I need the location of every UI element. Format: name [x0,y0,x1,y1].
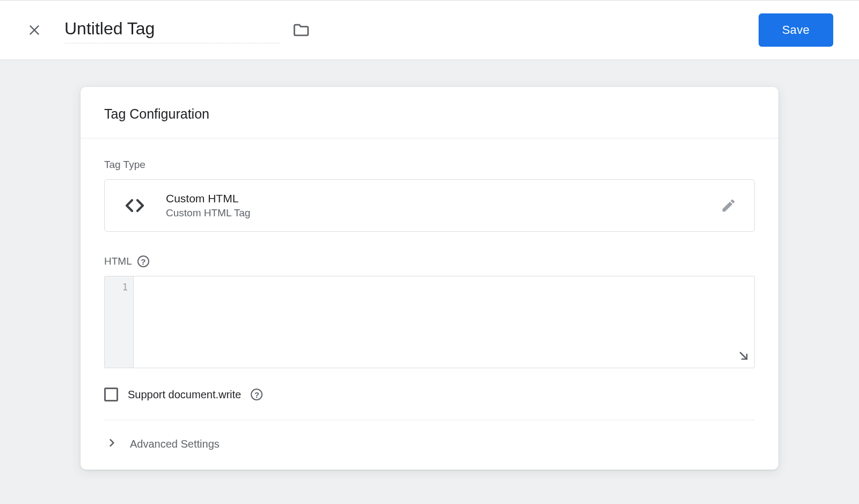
code-icon [120,191,150,221]
line-number: 1 [105,282,128,293]
support-document-write-checkbox[interactable] [104,388,118,401]
html-help-button[interactable]: ? [137,255,149,267]
card-title: Tag Configuration [81,87,778,138]
edit-tag-type-button[interactable] [718,195,739,216]
advanced-settings-label: Advanced Settings [130,438,220,450]
chevron-right-icon [106,437,117,450]
svg-line-2 [740,353,747,359]
tag-type-name: Custom HTML [166,192,718,205]
close-button[interactable] [24,19,45,41]
pencil-icon [720,198,737,214]
html-label-text: HTML [104,255,132,267]
support-document-write-row: Support document.write ? [104,388,755,420]
content-area: Tag Configuration Tag Type Custom HTML C… [0,60,859,491]
support-document-write-help[interactable]: ? [251,389,263,400]
html-code-editor: 1 [104,276,755,368]
support-document-write-label: Support document.write [128,389,241,401]
tag-type-subtitle: Custom HTML Tag [166,207,718,219]
title-wrap [64,17,312,43]
save-button[interactable]: Save [759,13,833,47]
resize-icon [737,349,750,362]
folder-icon [292,21,310,39]
tag-type-text: Custom HTML Custom HTML Tag [166,192,718,219]
tag-type-label: Tag Type [104,159,755,171]
folder-button[interactable] [290,19,312,41]
advanced-settings-toggle[interactable]: Advanced Settings [104,420,755,470]
html-code-input[interactable] [134,276,754,368]
html-label: HTML ? [104,255,755,267]
close-icon [27,23,41,37]
resize-handle[interactable] [737,349,750,364]
tag-name-input[interactable] [64,17,280,43]
tag-type-selector[interactable]: Custom HTML Custom HTML Tag [104,179,755,232]
tag-configuration-card: Tag Configuration Tag Type Custom HTML C… [81,87,778,470]
line-gutter: 1 [105,276,134,368]
top-bar: Save [0,0,859,60]
